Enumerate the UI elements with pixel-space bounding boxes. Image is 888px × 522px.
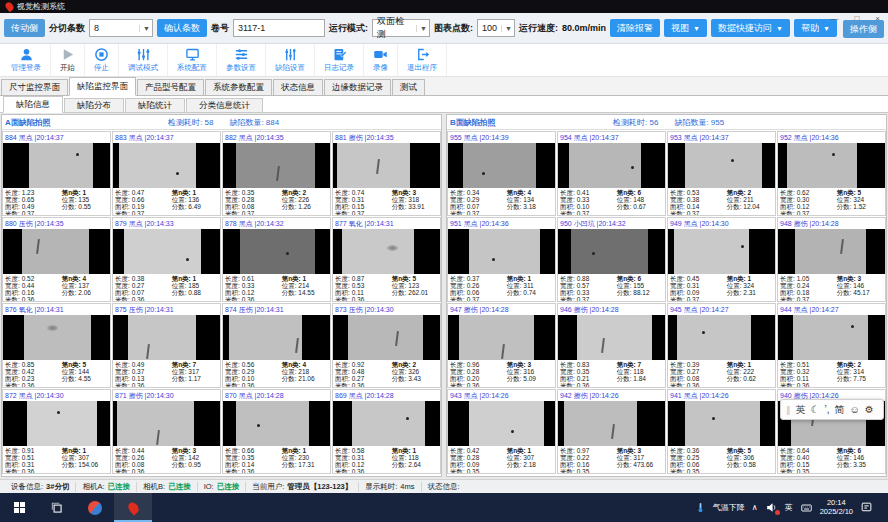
info-line: 面积: 0.27 bbox=[335, 375, 392, 382]
defect-cell[interactable]: 944 黑点 |20:14:27长度: 0.51宽度: 0.32面积: 0.11… bbox=[777, 303, 886, 388]
defect-cell[interactable]: 877 氧化 |20:14:31长度: 0.87宽度: 0.53面积: 0.11… bbox=[332, 217, 441, 302]
weather-tray-text[interactable]: 气温下降 bbox=[713, 502, 745, 513]
defect-cell[interactable]: 954 黑点 |20:14:37长度: 0.41宽度: 0.33面积: 0.10… bbox=[557, 131, 666, 216]
volume-button[interactable] bbox=[765, 501, 778, 514]
defect-cell[interactable]: 955 黑点 |20:14:39长度: 0.34宽度: 0.29面积: 0.07… bbox=[447, 131, 556, 216]
tab-main-5[interactable]: 边缘数据记录 bbox=[324, 79, 391, 95]
clear-alarm-button[interactable]: 清除报警 bbox=[610, 19, 660, 37]
info-value: 0.19 bbox=[132, 203, 145, 210]
defect-cell[interactable]: 873 压伤 |20:14:30长度: 0.92宽度: 0.48面积: 0.27… bbox=[332, 303, 441, 388]
info-value: 154.06 bbox=[78, 461, 98, 468]
defect-cell[interactable]: 953 黑点 |20:14:37长度: 0.53宽度: 0.38面积: 0.14… bbox=[667, 131, 776, 216]
tab-main-4[interactable]: 状态信息 bbox=[273, 79, 323, 95]
action-center-icon[interactable] bbox=[860, 501, 873, 514]
drive-side-button[interactable]: 传动侧 bbox=[4, 19, 45, 37]
defect-cell[interactable]: 883 黑点 |20:14:37长度: 0.47宽度: 0.66面积: 0.19… bbox=[112, 131, 221, 216]
ime-punct-toggle[interactable]: ’, bbox=[824, 404, 829, 415]
defect-cell[interactable]: 948 擦伤 |20:14:28长度: 1.05宽度: 0.24面积: 0.18… bbox=[777, 217, 886, 302]
info-line: 长度: 0.56 bbox=[225, 361, 282, 368]
defect-info-right: 第n类: 4位置: 137分数: 2.06 bbox=[62, 275, 108, 300]
defect-cell-header: 881 擦伤 |20:14:35 bbox=[333, 132, 440, 143]
tool-camera-button[interactable]: 录像 bbox=[364, 44, 398, 76]
tool-exit-button[interactable]: 退出程序 bbox=[398, 44, 447, 76]
ime-lang-toggle[interactable]: 英 bbox=[796, 403, 806, 417]
confirm-count-button[interactable]: 确认条数 bbox=[157, 19, 207, 37]
defect-cell[interactable]: 949 黑点 |20:14:30长度: 0.45宽度: 0.31面积: 0.09… bbox=[667, 217, 776, 302]
defect-cell[interactable]: 942 擦伤 |20:14:26长度: 0.97宽度: 0.22面积: 0.16… bbox=[557, 389, 666, 474]
defect-cell[interactable]: 945 黑点 |20:14:27长度: 0.39宽度: 0.27面积: 0.08… bbox=[667, 303, 776, 388]
taskbar-app-sogou[interactable] bbox=[76, 493, 114, 522]
defect-cell[interactable]: 874 压伤 |20:14:31长度: 0.56宽度: 0.29面积: 0.10… bbox=[222, 303, 331, 388]
vsliders-icon bbox=[283, 47, 298, 62]
tool-monitor-button[interactable]: 系统配置 bbox=[168, 44, 217, 76]
tab-sub-0[interactable]: 缺陷信息 bbox=[3, 96, 63, 113]
tab-sub-3[interactable]: 分类信息统计 bbox=[186, 98, 263, 112]
defect-cell[interactable]: 882 黑点 |20:14:35长度: 0.35宽度: 0.28面积: 0.08… bbox=[222, 131, 331, 216]
tool-vsliders-button[interactable]: 缺陷设置 bbox=[266, 44, 315, 76]
tool-play-button[interactable]: 开始 bbox=[51, 44, 85, 76]
start-button[interactable] bbox=[0, 493, 38, 522]
tool-tune-button[interactable]: 调试模式 bbox=[119, 44, 168, 76]
tab-sub-1[interactable]: 缺陷分布 bbox=[64, 98, 124, 112]
info-label: 位置: bbox=[727, 454, 742, 461]
info-line: 面积: 0.23 bbox=[5, 375, 62, 382]
defect-cell[interactable]: 881 擦伤 |20:14:35长度: 0.74宽度: 0.31面积: 0.15… bbox=[332, 131, 441, 216]
info-value: 1 bbox=[413, 447, 417, 454]
defect-cell[interactable]: 952 黑点 |20:14:36长度: 0.62宽度: 0.30面积: 0.12… bbox=[777, 131, 886, 216]
info-line: 长度: 0.97 bbox=[560, 447, 617, 454]
defect-cell[interactable]: 879 黑点 |20:14:33长度: 0.38宽度: 0.27面积: 0.07… bbox=[112, 217, 221, 302]
defect-number: 943 bbox=[450, 392, 462, 399]
taskbar-app-detection[interactable] bbox=[114, 493, 152, 522]
tool-stop-button[interactable]: 停止 bbox=[85, 44, 119, 76]
ime-toolbar[interactable]: ∥英☾’,简☺⚙ bbox=[780, 399, 884, 420]
defect-cell[interactable]: 946 擦伤 |20:14:28长度: 0.83宽度: 0.35面积: 0.21… bbox=[557, 303, 666, 388]
tab-main-2[interactable]: 产品型号配置 bbox=[137, 79, 204, 95]
defect-cell[interactable]: 875 压伤 |20:14:31长度: 0.49宽度: 0.37面积: 0.13… bbox=[112, 303, 221, 388]
info-line: 分数: 3.18 bbox=[507, 203, 553, 210]
split-count-select[interactable]: 8▼ bbox=[89, 19, 153, 37]
tab-main-6[interactable]: 测试 bbox=[392, 79, 425, 95]
tool-user-button[interactable]: 管理登录 bbox=[2, 44, 51, 76]
defect-cell[interactable]: 869 黑点 |20:14:28长度: 0.58宽度: 0.31面积: 0.12… bbox=[332, 389, 441, 474]
tab-main-1[interactable]: 缺陷监控界面 bbox=[69, 77, 136, 96]
task-view-button[interactable] bbox=[38, 493, 76, 522]
language-indicator[interactable]: 英 bbox=[785, 502, 793, 513]
camera-icon bbox=[373, 47, 388, 62]
defect-cell[interactable]: 950 小凹坑 |20:14:32长度: 0.88宽度: 0.57面积: 0.3… bbox=[557, 217, 666, 302]
defect-cell[interactable]: 878 黑点 |20:14:32长度: 0.61宽度: 0.33面积: 0.12… bbox=[222, 217, 331, 302]
hidden-icons-chevron[interactable]: ∧ bbox=[752, 503, 758, 512]
chart-points-select[interactable]: 100▼ bbox=[477, 19, 515, 37]
taskbar-clock[interactable]: 20:14 2025/2/10 bbox=[820, 499, 853, 516]
info-value: 0.33 bbox=[577, 289, 590, 296]
tab-main-0[interactable]: 尺寸监控界面 bbox=[1, 79, 68, 95]
run-mode-select[interactable]: 双面检测▼ bbox=[372, 19, 430, 37]
ime-fullhalf-toggle[interactable]: ☾ bbox=[811, 404, 820, 415]
ime-drag-handle[interactable]: ∥ bbox=[786, 405, 791, 415]
defect-cell[interactable]: 870 黑点 |20:14:28长度: 0.66宽度: 0.35面积: 0.14… bbox=[222, 389, 331, 474]
ime-emoji-button[interactable]: ☺ bbox=[849, 404, 859, 415]
defect-cell[interactable]: 941 黑点 |20:14:26长度: 0.36宽度: 0.25面积: 0.06… bbox=[667, 389, 776, 474]
operate-side-button[interactable]: 操作侧 bbox=[843, 20, 884, 38]
minimize-button[interactable]: — bbox=[830, 14, 838, 23]
info-line: 第n类: 5 bbox=[62, 361, 108, 368]
defect-cell[interactable]: 872 黑点 |20:14:30长度: 0.91宽度: 0.51面积: 0.31… bbox=[2, 389, 111, 474]
info-value: 0.49 bbox=[22, 203, 35, 210]
data-quick-access-button[interactable]: 数据快捷访问▼ bbox=[711, 19, 790, 37]
ime-keyboard-icon[interactable] bbox=[800, 502, 813, 514]
defect-cell[interactable]: 947 擦伤 |20:14:28长度: 0.96宽度: 0.28面积: 0.20… bbox=[447, 303, 556, 388]
ime-settings-icon[interactable]: ⚙ bbox=[865, 404, 874, 415]
defect-cell[interactable]: 951 黑点 |20:14:36长度: 0.37宽度: 0.26面积: 0.06… bbox=[447, 217, 556, 302]
view-menu-button[interactable]: 视图▼ bbox=[664, 19, 707, 37]
roll-number-input[interactable]: 3117-1 bbox=[233, 19, 325, 37]
tool-log-button[interactable]: 日志记录 bbox=[315, 44, 364, 76]
ime-simplified-toggle[interactable]: 简 bbox=[834, 403, 844, 417]
defect-cell[interactable]: 943 黑点 |20:14:26长度: 0.42宽度: 0.28面积: 0.09… bbox=[447, 389, 556, 474]
info-label: 分数: bbox=[837, 203, 852, 210]
defect-cell[interactable]: 880 压伤 |20:14:35长度: 0.52宽度: 0.44面积: 0.16… bbox=[2, 217, 111, 302]
defect-cell[interactable]: 876 氧化 |20:14:31长度: 0.85宽度: 0.42面积: 0.23… bbox=[2, 303, 111, 388]
tool-hsliders-button[interactable]: 参数设置 bbox=[217, 44, 266, 76]
tab-sub-2[interactable]: 缺陷统计 bbox=[125, 98, 185, 112]
defect-cell[interactable]: 884 黑点 |20:14:37长度: 1.23宽度: 0.65面积: 0.49… bbox=[2, 131, 111, 216]
defect-cell[interactable]: 871 擦伤 |20:14:30长度: 0.44宽度: 0.26面积: 0.08… bbox=[112, 389, 221, 474]
tab-main-3[interactable]: 系统参数配置 bbox=[205, 79, 272, 95]
